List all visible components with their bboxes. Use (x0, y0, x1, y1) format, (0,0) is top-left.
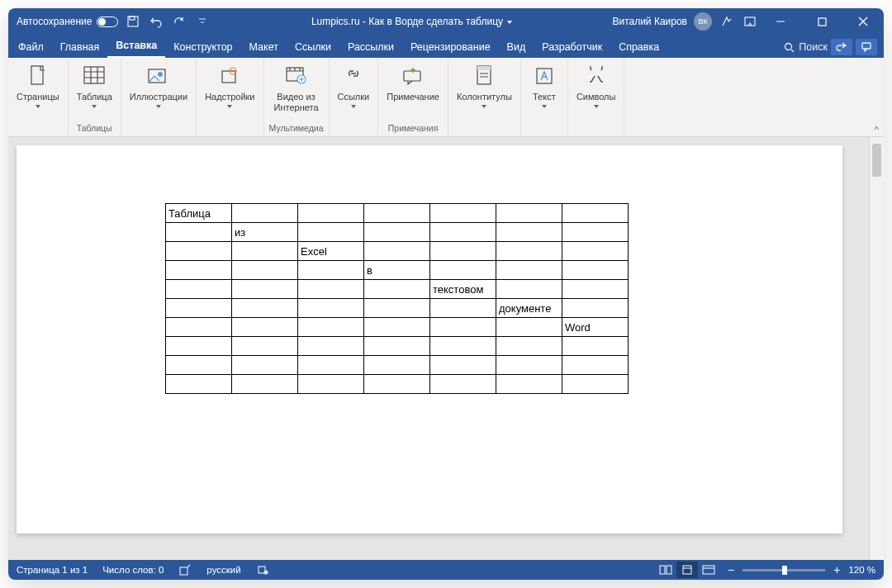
table-cell[interactable] (232, 318, 298, 337)
table-cell[interactable] (364, 242, 430, 261)
table-cell[interactable] (496, 204, 562, 223)
table-cell[interactable] (298, 337, 364, 356)
table-cell[interactable] (364, 223, 430, 242)
table-cell[interactable] (496, 318, 562, 337)
table-cell[interactable] (166, 242, 232, 261)
title-dropdown-icon[interactable] (507, 21, 512, 24)
table-cell[interactable] (166, 337, 232, 356)
tab-view[interactable]: Вид (499, 37, 534, 58)
tab-references[interactable]: Ссылки (287, 37, 339, 58)
table-cell[interactable] (430, 318, 496, 337)
table-cell[interactable] (232, 375, 298, 394)
table-cell[interactable] (364, 204, 430, 223)
table-cell[interactable] (364, 299, 430, 318)
table-cell[interactable]: из (232, 223, 298, 242)
table-cell[interactable] (298, 223, 364, 242)
tab-home[interactable]: Главная (52, 37, 108, 58)
tab-insert[interactable]: Вставка (107, 36, 165, 58)
table-cell[interactable] (364, 356, 430, 375)
save-icon[interactable] (125, 13, 141, 30)
table-cell[interactable] (232, 356, 298, 375)
addins-button[interactable]: Надстройки (202, 61, 258, 110)
table-cell[interactable] (562, 261, 629, 280)
ribbon-display-icon[interactable] (742, 13, 758, 30)
comment-button[interactable]: Примечание (383, 61, 443, 104)
table-cell[interactable] (166, 375, 232, 394)
zoom-out-button[interactable]: − (728, 563, 734, 576)
table-cell[interactable]: Excel (298, 242, 364, 261)
language[interactable]: русский (206, 565, 240, 575)
table-cell[interactable] (298, 280, 364, 299)
table-cell[interactable] (364, 318, 430, 337)
close-button[interactable] (844, 8, 882, 35)
table-cell[interactable] (562, 356, 629, 375)
comments-button[interactable] (856, 39, 877, 55)
read-mode-icon[interactable] (655, 562, 676, 578)
page-info[interactable]: Страница 1 из 1 (17, 565, 88, 575)
table-cell[interactable]: текстовом (430, 280, 496, 299)
table-cell[interactable] (364, 280, 430, 299)
table-cell[interactable] (166, 318, 232, 337)
table-cell[interactable] (430, 204, 496, 223)
table-cell[interactable] (298, 299, 364, 318)
table-cell[interactable] (562, 223, 629, 242)
table-cell[interactable] (562, 299, 629, 318)
minimize-button[interactable] (762, 8, 799, 35)
table-cell[interactable] (562, 280, 629, 299)
table-cell[interactable] (430, 223, 496, 242)
table-cell[interactable] (364, 375, 430, 394)
word-count[interactable]: Число слов: 0 (102, 565, 164, 575)
zoom-in-button[interactable]: + (833, 563, 840, 576)
table-cell[interactable] (496, 356, 562, 375)
table-cell[interactable] (232, 204, 298, 223)
table-cell[interactable] (496, 242, 562, 261)
table-cell[interactable] (166, 280, 232, 299)
redo-icon[interactable] (171, 13, 187, 30)
table-cell[interactable] (364, 337, 430, 356)
text-button[interactable]: Текст (526, 61, 562, 110)
table-cell[interactable] (232, 337, 298, 356)
table-cell[interactable] (232, 242, 298, 261)
table-cell[interactable] (430, 356, 496, 375)
tab-developer[interactable]: Разработчик (534, 37, 610, 58)
collapse-ribbon-icon[interactable]: ^ (875, 125, 879, 135)
search-box[interactable]: Поиск (784, 41, 828, 53)
web-layout-icon[interactable] (698, 562, 719, 578)
page[interactable]: ТаблицаизExcelвтекстовомдокументеWord (17, 145, 842, 533)
pages-button[interactable]: Страницы (13, 61, 63, 110)
table-cell[interactable] (166, 299, 232, 318)
table-cell[interactable] (430, 261, 496, 280)
table-cell[interactable] (562, 204, 629, 223)
online-video-button[interactable]: Видео из Интернета (271, 61, 322, 115)
undo-icon[interactable] (148, 13, 164, 30)
table-cell[interactable] (298, 204, 364, 223)
qat-customize-icon[interactable] (194, 13, 211, 30)
table-cell[interactable]: документе (496, 299, 562, 318)
coming-soon-icon[interactable] (719, 13, 735, 30)
tab-review[interactable]: Рецензирование (402, 37, 499, 58)
table-cell[interactable] (562, 242, 629, 261)
table-cell[interactable] (232, 280, 298, 299)
document-table[interactable]: ТаблицаизExcelвтекстовомдокументеWord (165, 203, 629, 394)
table-cell[interactable] (232, 261, 298, 280)
autosave-control[interactable]: Автосохранение (17, 16, 118, 27)
tab-design[interactable]: Конструктор (165, 37, 240, 58)
table-cell[interactable] (496, 223, 562, 242)
illustrations-button[interactable]: Иллюстрации (126, 61, 191, 110)
tab-mailings[interactable]: Рассылки (339, 37, 402, 58)
spellcheck-icon[interactable] (178, 563, 192, 576)
table-cell[interactable] (496, 337, 562, 356)
links-button[interactable]: Ссылки (334, 61, 373, 110)
avatar[interactable]: ВК (694, 12, 712, 31)
zoom-slider[interactable] (743, 569, 825, 571)
table-cell[interactable] (166, 223, 232, 242)
table-cell[interactable] (496, 261, 562, 280)
tab-file[interactable]: Файл (10, 37, 52, 58)
table-cell[interactable]: в (364, 261, 430, 280)
vertical-scrollbar[interactable] (869, 137, 884, 560)
table-cell[interactable] (562, 337, 629, 356)
page-container[interactable]: ТаблицаизExcelвтекстовомдокументеWord (8, 137, 869, 560)
table-cell[interactable]: Word (562, 318, 629, 337)
table-cell[interactable] (496, 375, 562, 394)
table-button[interactable]: Таблица (74, 61, 116, 110)
